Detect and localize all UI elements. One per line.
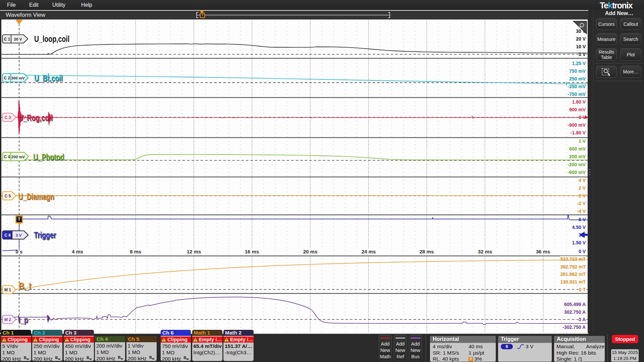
- svg-text:C 5: C 5: [5, 194, 11, 198]
- svg-text:C 4: C 4: [4, 155, 10, 159]
- svg-text:C 6: C 6: [4, 233, 11, 238]
- svg-text:C 2: C 2: [4, 76, 10, 80]
- svg-text:M 1: M 1: [4, 288, 11, 292]
- svg-text:!: !: [226, 338, 227, 342]
- svg-text:200 mV: 200 mV: [11, 155, 25, 159]
- svg-text:3 V: 3 V: [16, 233, 22, 237]
- svg-text:!: !: [163, 338, 164, 342]
- svg-text:!: !: [195, 338, 196, 342]
- svg-text:20 V: 20 V: [14, 37, 22, 41]
- svg-text:!: !: [66, 338, 67, 342]
- svg-text:300 mV: 300 mV: [11, 76, 25, 80]
- svg-text:!: !: [3, 338, 4, 342]
- svg-text:C 3: C 3: [5, 115, 11, 120]
- svg-text:!: !: [35, 338, 36, 342]
- svg-text:M 2: M 2: [4, 317, 11, 322]
- svg-text:C 1: C 1: [4, 37, 10, 42]
